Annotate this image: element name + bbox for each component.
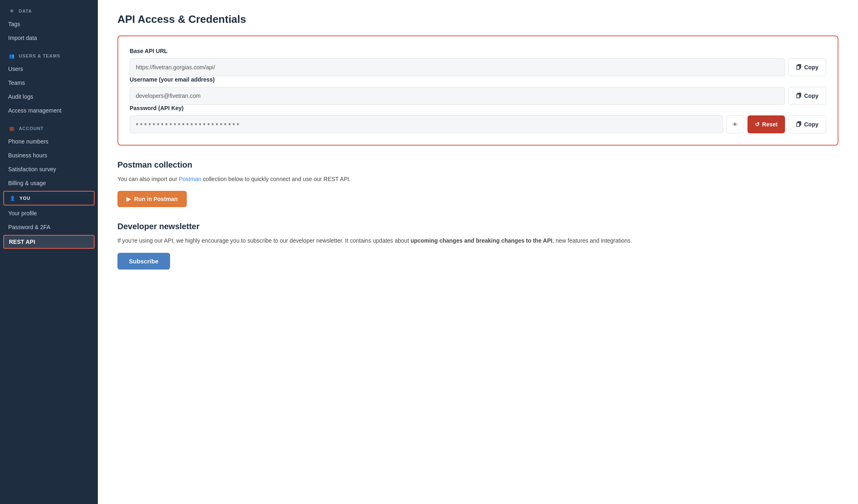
newsletter-bold-text: upcoming changes and breaking changes to… [411, 237, 553, 244]
sidebar-item-access-management[interactable]: Access management [0, 104, 98, 117]
sidebar-item-users[interactable]: Users [0, 62, 98, 76]
postman-link[interactable]: Postman [179, 176, 201, 182]
postman-title: Postman collection [117, 160, 838, 170]
sidebar-item-password-2fa[interactable]: Password & 2FA [0, 220, 98, 234]
username-field: Username (your email address) 🗍 Copy [130, 76, 826, 105]
main-content: API Access & Credentials Base API URL 🗍 … [98, 0, 858, 504]
password-input[interactable] [130, 115, 723, 133]
sidebar-item-your-profile[interactable]: Your profile [0, 206, 98, 220]
sidebar-section-users-teams: 👥 USERS & TEAMS [0, 45, 98, 62]
password-label: Password (API Key) [130, 105, 826, 111]
copy-icon-2: 🗍 [796, 93, 802, 99]
page-title: API Access & Credentials [117, 13, 838, 26]
run-in-postman-button[interactable]: ▶ Run in Postman [117, 191, 187, 207]
sidebar-item-rest-api[interactable]: REST API [3, 235, 95, 249]
sidebar-section-data: ✳ DATA [0, 0, 98, 17]
sidebar-item-phone-numbers[interactable]: Phone numbers [0, 135, 98, 148]
postman-section: Postman collection You can also import o… [117, 160, 838, 222]
sidebar-item-audit-logs[interactable]: Audit logs [0, 90, 98, 104]
copy-icon-1: 🗍 [796, 64, 802, 71]
base-url-field: Base API URL 🗍 Copy [130, 48, 826, 76]
username-label: Username (your email address) [130, 76, 826, 83]
newsletter-title: Developer newsletter [117, 222, 838, 231]
sidebar-section-you[interactable]: 👤 YOU [3, 191, 95, 206]
refresh-icon: ↺ [755, 121, 760, 128]
sidebar-item-satisfaction-survey[interactable]: Satisfaction survey [0, 162, 98, 176]
eye-icon: 👁 [732, 122, 738, 128]
base-url-row: 🗍 Copy [130, 58, 826, 76]
newsletter-section: Developer newsletter If you're using our… [117, 222, 838, 269]
show-password-button[interactable]: 👁 [726, 115, 744, 133]
copy-icon-3: 🗍 [796, 121, 802, 128]
people-icon: 👥 [8, 52, 15, 60]
person-icon: 👤 [9, 195, 16, 202]
credentials-box: Base API URL 🗍 Copy Username (your email… [117, 35, 838, 146]
base-url-input[interactable] [130, 58, 785, 76]
briefcase-icon: 💼 [8, 125, 15, 132]
play-icon: ▶ [126, 196, 131, 202]
copy-username-button[interactable]: 🗍 Copy [788, 87, 826, 105]
copy-base-url-button[interactable]: 🗍 Copy [788, 58, 826, 76]
password-field: Password (API Key) 👁 ↺ Reset 🗍 Copy [130, 105, 826, 133]
sidebar-section-account: 💼 ACCOUNT [0, 117, 98, 135]
password-row: 👁 ↺ Reset 🗍 Copy [130, 115, 826, 133]
subscribe-button[interactable]: Subscribe [117, 253, 170, 270]
postman-description: You can also import our Postman collecti… [117, 175, 838, 183]
newsletter-description: If you're using our API, we highly encou… [117, 236, 838, 245]
sidebar-item-teams[interactable]: Teams [0, 76, 98, 90]
base-url-label: Base API URL [130, 48, 826, 54]
asterisk-icon: ✳ [8, 7, 15, 15]
copy-password-button[interactable]: 🗍 Copy [788, 115, 826, 133]
sidebar-item-import-data[interactable]: Import data [0, 31, 98, 45]
sidebar-item-business-hours[interactable]: Business hours [0, 148, 98, 162]
username-row: 🗍 Copy [130, 87, 826, 105]
sidebar-item-tags[interactable]: Tags [0, 17, 98, 31]
sidebar: ✳ DATA Tags Import data 👥 USERS & TEAMS … [0, 0, 98, 504]
username-input[interactable] [130, 87, 785, 105]
sidebar-item-billing-usage[interactable]: Billing & usage [0, 176, 98, 190]
reset-password-button[interactable]: ↺ Reset [747, 115, 785, 133]
